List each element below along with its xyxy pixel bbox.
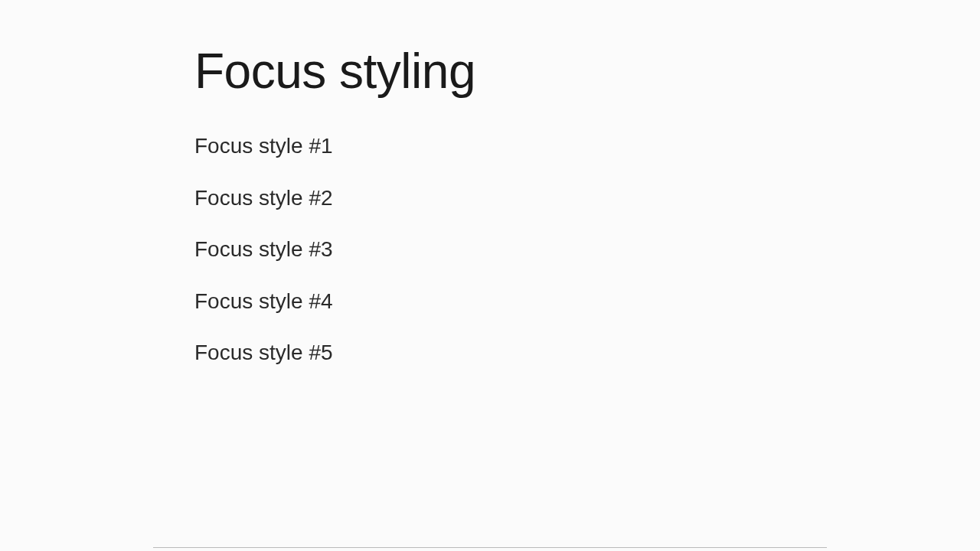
page-title: Focus styling [194, 43, 827, 99]
focus-style-link-3[interactable]: Focus style #3 [194, 236, 827, 262]
focus-style-link-4[interactable]: Focus style #4 [194, 289, 827, 315]
focus-style-link-1[interactable]: Focus style #1 [194, 133, 827, 159]
horizontal-divider [153, 547, 827, 548]
focus-style-link-2[interactable]: Focus style #2 [194, 185, 827, 211]
link-list: Focus style #1 Focus style #2 Focus styl… [194, 133, 827, 366]
focus-style-link-5[interactable]: Focus style #5 [194, 340, 827, 366]
content-area: Focus styling Focus style #1 Focus style… [0, 0, 980, 366]
